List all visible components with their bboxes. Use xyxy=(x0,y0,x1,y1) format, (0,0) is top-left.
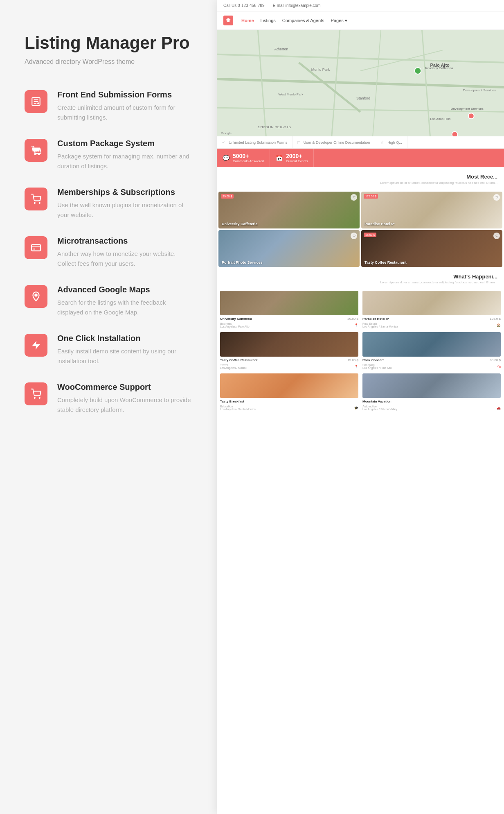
most-recent-subtitle: Lorem ipsum dolor sit amet, consectetur … xyxy=(223,181,497,185)
list-cat-coffee-restaurant: TravelLos Angeles / Malibu xyxy=(220,364,247,369)
card-paradise-hotel[interactable]: 125.00 $ ♡ Paradise Hotel 5* xyxy=(361,192,502,228)
feature-item-one-click: One Click Installation Easily install de… xyxy=(25,334,192,366)
most-recent-section: Most Rece... Lorem ipsum dolor sit amet,… xyxy=(217,167,504,192)
svg-point-6 xyxy=(38,154,39,155)
feature-content-microtransactions: Microtransactions Another way how to mon… xyxy=(57,236,192,269)
card-label-hotel: Paradise Hotel 5* xyxy=(364,222,395,226)
preview-stats: ✓ Unlimited Listing Submission Forms □ U… xyxy=(217,136,504,149)
svg-point-8 xyxy=(39,203,40,204)
stat-item-high: ☆ High Q... xyxy=(375,136,407,148)
preview-topbar: Call Us 0-123-456-789 E-mail info@exampl… xyxy=(217,0,504,11)
svg-text:SHARON HEIGHTS: SHARON HEIGHTS xyxy=(258,125,291,129)
nav-link-companies[interactable]: Companies & Agents xyxy=(282,18,324,23)
preview-red-stats: 💬 5000+ Comments Answered 📅 2000+ Curren… xyxy=(217,149,504,167)
list-cat-mountain: AutomotiveLos Angeles / Silicon Valley xyxy=(362,405,397,411)
feature-title-memberships: Memberships & Subscriptions xyxy=(57,188,192,197)
svg-point-14 xyxy=(39,398,40,398)
stat-item-documentation: □ User & Developer Online Documentation xyxy=(292,137,375,148)
feature-desc-memberships: Use the well known plugins for monetizat… xyxy=(57,200,192,220)
list-price-rock-concert: 89.00 $ xyxy=(490,358,501,362)
feature-content-one-click: One Click Installation Easily install de… xyxy=(57,334,192,366)
feature-title-one-click: One Click Installation xyxy=(57,334,192,343)
svg-text:Tasty Coffee Restaurant: Tasty Coffee Restaurant xyxy=(422,136,457,136)
feature-desc-woocommerce: Completely build upon WooCommerce to pro… xyxy=(57,395,192,415)
list-cat-university: BusinessLos Angeles / Palo Alto xyxy=(220,322,250,328)
svg-point-35 xyxy=(414,68,421,74)
right-panel: Call Us 0-123-456-789 E-mail info@exampl… xyxy=(217,0,504,814)
svg-text:Stanford: Stanford xyxy=(356,96,370,100)
list-cat-rock-concert: ShoppingLos Angeles / Palo Alto xyxy=(362,364,392,369)
svg-text:University Caffeteria: University Caffeteria xyxy=(423,66,453,70)
red-stat-comments: 💬 5000+ Comments Answered xyxy=(217,149,270,167)
cart-icon xyxy=(25,188,47,210)
feature-desc-microtransactions: Another way how to monetize your website… xyxy=(57,249,192,269)
nav-link-home[interactable]: Home xyxy=(241,18,254,23)
list-item-coffee-restaurant[interactable]: Tasty Coffee Restaurant 19.00 $ TravelLo… xyxy=(220,332,358,369)
micro-icon xyxy=(25,236,47,259)
card-tasty-coffee[interactable]: 15.00 $ ♡ Tasty Coffee Restaurant xyxy=(361,230,502,267)
check-icon: ✓ xyxy=(222,140,225,145)
topbar-call: Call Us 0-123-456-789 xyxy=(223,3,265,8)
preview-browser: Call Us 0-123-456-789 E-mail info@exampl… xyxy=(217,0,504,814)
card-label-beach: Portrait Photo Services xyxy=(222,260,263,265)
store-icon xyxy=(25,139,47,162)
svg-text:West Menlo Park: West Menlo Park xyxy=(278,93,304,96)
feature-item-custom-package: Custom Package System Package system for… xyxy=(25,139,192,171)
list-name-rock-concert: Rock Concert xyxy=(362,358,384,362)
whats-happening-subtitle: Lorem ipsum dolor sit amet, consectetur … xyxy=(223,280,497,284)
main-container: Listing Manager Pro Advanced directory W… xyxy=(0,0,504,814)
doc-icon: □ xyxy=(297,140,300,145)
card-portrait-photo[interactable]: ♡ Portrait Photo Services xyxy=(218,230,360,267)
svg-rect-9 xyxy=(32,245,40,251)
fake-map: Atherton Menlo Park Palo Alto West Menlo… xyxy=(217,30,504,136)
pin-icon-breakfast: 🎓 xyxy=(354,406,358,410)
svg-text:Los Altos Hills: Los Altos Hills xyxy=(430,117,450,121)
card-badge-cafe: 99.00 $ xyxy=(221,194,234,199)
feature-title-front-end: Front End Submission Forms xyxy=(57,90,192,99)
list-price-paradise: 125.0 $ xyxy=(490,317,501,321)
list-img-rock-concert xyxy=(362,332,501,357)
list-item-breakfast[interactable]: Tasty Breakfast EducationLos Angeles / S… xyxy=(220,373,358,411)
card-university-caffeteria[interactable]: 99.00 $ ♡ University Caffeteria xyxy=(218,192,360,228)
feature-desc-maps: Search for the listings with the feedbac… xyxy=(57,298,192,317)
svg-point-5 xyxy=(35,154,36,155)
nav-logo xyxy=(223,16,233,25)
list-img-university xyxy=(220,291,358,315)
card-label-coffee: Tasty Coffee Restaurant xyxy=(364,260,407,265)
feature-content-memberships: Memberships & Subscriptions Use the well… xyxy=(57,188,192,220)
map-pin-icon xyxy=(25,285,47,308)
cart2-icon xyxy=(25,382,47,405)
list-cat-paradise: Real EstateLos Angeles / Santa Monica xyxy=(362,322,398,328)
calendar-icon: 📅 xyxy=(276,155,283,161)
svg-text:Atherton: Atherton xyxy=(274,47,288,51)
nav-link-listings[interactable]: Listings xyxy=(261,18,276,23)
svg-point-7 xyxy=(34,203,35,204)
hero-subtitle: Advanced directory WordPress theme xyxy=(25,58,192,66)
whats-happening-section: What's Happeni... Lorem ipsum dolor sit … xyxy=(217,269,504,287)
pin-icon-rock-concert: 🛍 xyxy=(497,365,501,369)
feature-list: Front End Submission Forms Create unlimi… xyxy=(25,90,192,415)
svg-point-12 xyxy=(35,294,37,296)
list-item-mountain[interactable]: Mountain Vacation AutomotiveLos Angeles … xyxy=(362,373,501,411)
list-img-breakfast xyxy=(220,373,358,398)
preview-nav-links: Home Listings Companies & Agents Pages ▾ xyxy=(241,18,347,23)
whats-happening-title: What's Happeni... xyxy=(223,274,497,280)
feature-item-memberships: Memberships & Subscriptions Use the well… xyxy=(25,188,192,220)
list-item-university[interactable]: University Caffeteria 20.00 $ BusinessLo… xyxy=(220,291,358,328)
card-badge-coffee: 15.00 $ xyxy=(364,233,376,237)
list-price-university: 20.00 $ xyxy=(347,317,358,321)
nav-link-pages[interactable]: Pages ▾ xyxy=(331,18,347,23)
stat-label-documentation: User & Developer Online Documentation xyxy=(304,140,370,145)
svg-point-13 xyxy=(34,398,35,398)
stat-label-submission: Unlimited Listing Submission Forms xyxy=(229,140,287,145)
feature-title-microtransactions: Microtransactions xyxy=(57,236,192,246)
feature-item-front-end: Front End Submission Forms Create unlimi… xyxy=(25,90,192,122)
topbar-email: E-mail info@example.com xyxy=(273,3,321,8)
list-name-paradise: Paradise Hotel 5* xyxy=(362,317,389,321)
list-item-paradise[interactable]: Paradise Hotel 5* 125.0 $ Real EstateLos… xyxy=(362,291,501,328)
red-stat-events: 📅 2000+ Current Events xyxy=(270,149,314,167)
feature-item-maps: Advanced Google Maps Search for the list… xyxy=(25,285,192,317)
list-item-rock-concert[interactable]: Rock Concert 89.00 $ ShoppingLos Angeles… xyxy=(362,332,501,369)
svg-text:Menlo Park: Menlo Park xyxy=(311,68,330,72)
pin-icon-mountain: 🚗 xyxy=(497,406,501,410)
